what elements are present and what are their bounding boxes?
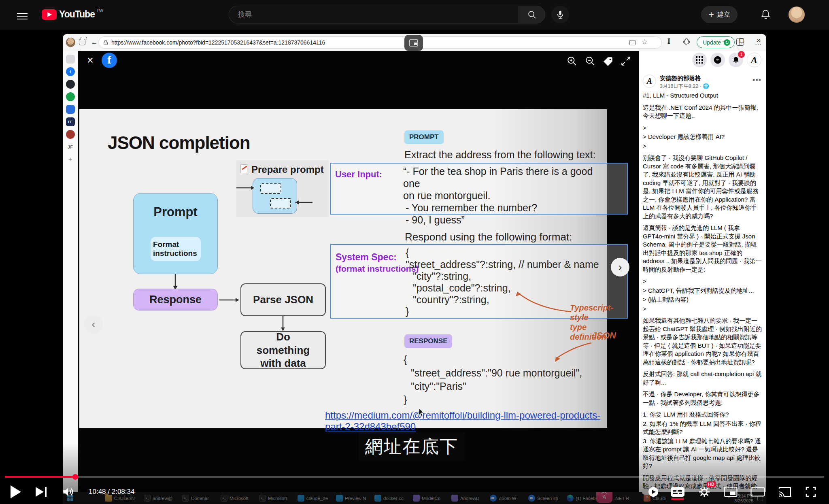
play-icon [11,485,21,498]
taskbar-item[interactable]: Screen sh [528,495,567,502]
progress-bar[interactable] [5,476,824,478]
post-paragraph: 2. 如果有 1% 的機率 LLM 回答不出來 · 你程式能怎麼判斷? [643,420,763,436]
ff-app-favicon[interactable]: FF [66,117,75,126]
messenger-button[interactable] [710,53,725,67]
player-controls-right: HD [642,480,817,504]
taskbar-item[interactable]: AndrewD [451,495,490,502]
page-avatar[interactable]: A [643,74,656,88]
notifications-button[interactable] [760,9,771,21]
settings-button[interactable]: HD [698,485,711,498]
taskbar-item[interactable]: >_Microsoft [221,495,259,502]
medium-link[interactable]: https://medium.com/@remitoffoli/building… [325,410,607,432]
facebook-favicon[interactable]: f [66,67,75,76]
fullscreen-button[interactable] [805,486,817,498]
youtube-region-label: TW [96,8,103,13]
taskbar-item[interactable]: Zoom W [490,495,528,502]
minimize-icon[interactable]: – [718,36,730,45]
next-button[interactable] [36,487,47,497]
post-paragraph: #1, LLM - Structured Output [643,91,763,100]
youtube-logo[interactable]: YouTube TW [42,9,103,20]
cast-icon [778,486,792,498]
fullscreen-photo-button[interactable] [621,56,631,68]
play-button[interactable] [11,485,21,498]
post-timestamp[interactable]: 3月18日下午8:22 · 🌐 [660,83,709,90]
post-paragraph: > [643,124,763,132]
taskbar-item[interactable]: >_Commar [182,495,221,502]
recorded-browser-window: ← ↻ https://www.facebook.com/photo?fbid=… [63,34,766,492]
notification-badge: 1 [738,51,745,58]
search-button[interactable] [519,6,545,23]
favorite-star-icon[interactable]: ☆ [642,38,648,46]
slide-image: JSON completion Prepare prompt Prompt Fo… [79,109,607,428]
blue-doc-favicon[interactable] [66,105,75,114]
vscode-icon [336,495,343,502]
extensions-puzzle-icon[interactable] [683,38,690,45]
cast-button[interactable] [778,486,792,498]
hamburger-menu-icon[interactable] [17,11,28,21]
lock-icon [104,42,108,45]
messenger-icon [713,55,722,64]
prepare-prompt-minibox [253,178,297,214]
search-bar[interactable] [229,6,519,23]
next-photo-button[interactable]: › [611,258,629,276]
translate-icon[interactable]: 文 A [596,492,612,503]
back-button[interactable]: ← [89,38,99,47]
add-favorite-icon[interactable]: + [66,155,75,164]
post-menu-icon[interactable]: ••• [752,76,761,85]
split-screen-icon[interactable] [629,40,636,45]
arrow-response-parse [219,296,240,304]
tab-stack-icon[interactable] [79,39,85,45]
post-paragraph: > [643,277,763,286]
green-app-favicon[interactable] [66,92,75,101]
progress-played [5,476,75,478]
youtube-logo-text: YouTube [59,9,95,20]
address-bar[interactable]: https://www.facebook.com/photo?fbid=1222… [98,36,662,49]
video-subtitle: 網址在底下 [359,432,465,461]
miniplayer-button[interactable] [724,487,738,497]
post-paragraph: 不過 · 你是 Developer, 你其實可以想得更多一點 · 我試著多列幾個… [643,390,763,407]
prepare-doc-icon [240,164,247,173]
browser-profile-avatar[interactable] [66,38,75,47]
progress-scrubber[interactable] [72,474,78,480]
extension-i-icon[interactable]: I [667,37,670,46]
jf-favicon[interactable]: JF [66,142,75,151]
close-window-icon[interactable]: × [752,36,765,45]
taskbar-item[interactable]: >_Microsoft [259,495,298,502]
tag-photo-button[interactable] [603,56,614,68]
zoom-in-button[interactable] [567,56,577,68]
video-player[interactable]: ← ↻ https://www.facebook.com/photo?fbid=… [0,30,829,504]
apps-menu-button[interactable] [692,53,707,67]
picture-in-picture-button[interactable] [404,35,423,51]
subtitles-button[interactable] [670,487,685,497]
parse-json-box: Parse JSON [240,283,326,316]
account-avatar[interactable] [789,6,805,23]
taskbar-item[interactable]: docker-cc [374,495,413,502]
taskbar-item[interactable]: >_andrew@ [144,495,182,502]
theater-mode-button[interactable] [750,487,765,497]
pip-icon [409,39,418,47]
edge-icon [567,495,574,502]
youtube-masthead: YouTube TW + 建立 [0,0,829,30]
clipboard-favicon[interactable] [66,55,75,64]
viewer-close-icon[interactable]: × [87,54,94,67]
search-input[interactable] [238,11,489,19]
facebook-notifications-button[interactable]: 1 [729,53,743,67]
fb-profile-avatar[interactable]: A [747,53,761,67]
volume-button[interactable] [61,485,74,498]
page-name[interactable]: 安德魯的部落格 [660,74,709,82]
taskbar-item[interactable]: claude_de [298,495,336,502]
taskbar-item[interactable]: ModelCo [413,495,451,502]
mouse-cursor [419,408,425,417]
voice-search-button[interactable] [551,6,569,23]
taskbar-item[interactable]: Preview N [336,495,374,502]
restore-icon[interactable]: □ [735,36,748,45]
zoom-out-button[interactable] [585,56,595,68]
red-app-favicon[interactable] [66,130,75,139]
previous-photo-button[interactable]: ‹ [84,315,103,334]
autoplay-icon [642,489,657,495]
facebook-logo[interactable]: f [102,53,117,68]
create-button[interactable]: + 建立 [701,6,738,23]
fullscreen-icon [805,486,817,498]
autoplay-toggle[interactable] [642,489,657,495]
github-favicon[interactable] [66,80,75,89]
